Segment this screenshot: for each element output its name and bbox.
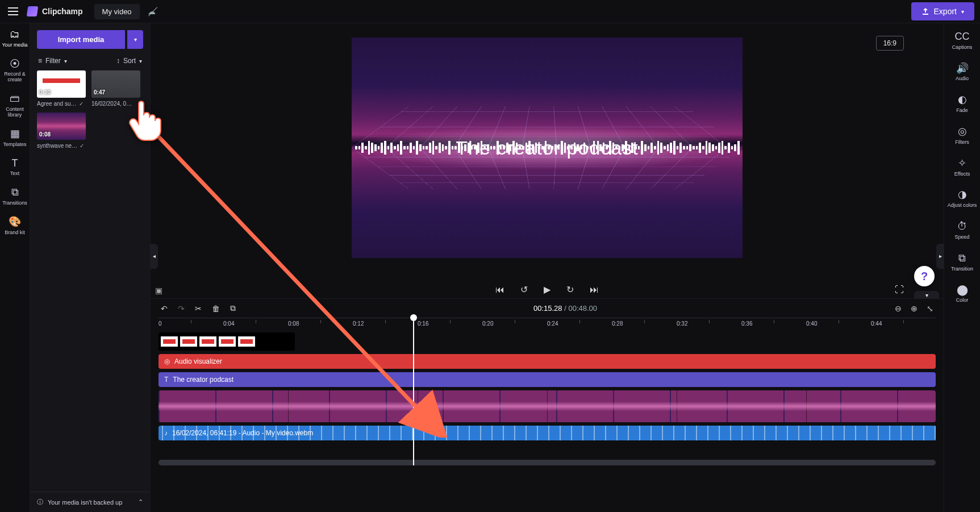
export-button[interactable]: Export ▾ — [911, 2, 974, 20]
split-button[interactable]: ✂ — [195, 304, 202, 313]
tool-record-create[interactable]: ⦿Record & create — [1, 59, 28, 84]
rt-transition[interactable]: ⧉Transition — [945, 253, 979, 272]
media-item[interactable]: 0:47 16/02/2024, 0… — [91, 70, 140, 107]
check-icon: ✓ — [80, 143, 84, 149]
zoom-out-button[interactable]: ⊖ — [895, 304, 902, 313]
collapse-right-panel[interactable]: ▸ — [936, 244, 944, 269]
video-clip[interactable] — [159, 390, 936, 422]
ruler-tick: 0:40 — [806, 320, 817, 327]
redo-button[interactable]: ↷ — [178, 304, 185, 313]
duplicate-button[interactable]: ⧉ — [230, 303, 236, 313]
aspect-ratio-button[interactable]: 16:9 — [876, 36, 904, 51]
video-preview[interactable]: The creator podcast — [352, 38, 743, 258]
media-item[interactable]: 0:08 synthwave ne…✓ — [37, 113, 86, 149]
preview-zone: 16:9 The creator podcast ▣ ⏮ ↺ ▶ ↻ ⏭ ⛶ — [151, 23, 944, 298]
sort-button[interactable]: ↕Sort▾ — [116, 57, 142, 65]
rt-captions[interactable]: CCCaptions — [945, 31, 979, 51]
zoom-in-button[interactable]: ⊕ — [911, 304, 918, 313]
hamburger-menu[interactable] — [6, 4, 20, 19]
skip-back-button[interactable]: ⏮ — [495, 285, 504, 295]
ruler-tick: 0:12 — [353, 320, 364, 327]
track-row[interactable]: ◎ Audio visualizer — [159, 354, 936, 369]
rt-audio[interactable]: 🔊Audio — [945, 63, 979, 82]
video-clip-thumb[interactable] — [159, 332, 295, 351]
tool-brand-kit[interactable]: 🎨Brand kit — [1, 217, 28, 236]
templates-icon: ▦ — [1, 128, 28, 140]
track-row[interactable] — [159, 390, 936, 422]
rt-filters[interactable]: ◎Filters — [945, 126, 979, 145]
tool-templates[interactable]: ▦Templates — [1, 128, 28, 148]
brand[interactable]: Clipchamp — [27, 6, 83, 16]
ruler-tick: 0 — [159, 320, 162, 327]
cloud-off-icon[interactable]: ☁ — [148, 7, 156, 16]
audio-visualizer-clip[interactable]: ◎ Audio visualizer — [159, 354, 936, 369]
filter-button[interactable]: ≡Filter▾ — [38, 57, 67, 65]
collapse-timeline[interactable]: ▾ — [914, 291, 939, 299]
topbar: Clipchamp My video ☁ Export ▾ — [0, 0, 980, 23]
track-row[interactable]: T The creator podcast — [159, 372, 936, 387]
chevron-down-icon: ▾ — [961, 9, 964, 15]
import-media-dropdown[interactable]: ▾ — [127, 30, 143, 49]
timecode-current: 00:15.28 — [533, 304, 562, 313]
project-title[interactable]: My video — [94, 4, 140, 19]
rewind-5s-button[interactable]: ↺ — [520, 284, 528, 295]
track-row[interactable] — [159, 332, 936, 351]
center-column: 16:9 The creator podcast ▣ ⏮ ↺ ▶ ↻ ⏭ ⛶ ↶… — [151, 23, 944, 512]
clipchamp-logo-icon — [27, 6, 39, 16]
visualizer-icon: ◎ — [164, 357, 170, 365]
left-toolbar: 🗂Your media ⦿Record & create 🗃Content li… — [0, 23, 30, 512]
timeline-ruler[interactable]: 00:040:080:120:160:200:240:280:320:360:4… — [159, 318, 936, 330]
skip-forward-button[interactable]: ⏭ — [590, 285, 599, 295]
media-icon: 🗂 — [1, 29, 28, 40]
color-icon: ⬤ — [945, 285, 979, 296]
playhead[interactable] — [413, 318, 414, 465]
timeline-toolbar: ↶ ↷ ✂ 🗑 ⧉ 00:15.28 / 00:48.00 ⊖ ⊕ ⤡ — [151, 298, 944, 318]
tool-your-media[interactable]: 🗂Your media — [1, 29, 28, 48]
chevron-down-icon: ▾ — [64, 58, 67, 64]
music-note-icon: ♪ — [164, 429, 168, 437]
tool-content-library[interactable]: 🗃Content library — [1, 93, 28, 118]
forward-5s-button[interactable]: ↻ — [566, 284, 574, 295]
delete-button[interactable]: 🗑 — [212, 304, 220, 313]
playback-controls: ⏮ ↺ ▶ ↻ ⏭ — [151, 284, 944, 295]
media-item[interactable]: 0:10 Agree and su…✓ — [37, 70, 86, 107]
track-row[interactable]: ♪ 16/02/2024, 06:41:19 - Audio - My vide… — [159, 426, 936, 440]
tool-text[interactable]: TText — [1, 158, 28, 177]
audio-clip[interactable]: ♪ 16/02/2024, 06:41:19 - Audio - My vide… — [159, 426, 936, 440]
fit-timeline-button[interactable]: ⤡ — [927, 304, 933, 313]
help-button[interactable]: ? — [914, 266, 935, 286]
library-icon: 🗃 — [1, 93, 28, 105]
ruler-tick: 0:32 — [677, 320, 687, 327]
rt-color[interactable]: ⬤Color — [945, 285, 979, 304]
check-icon: ✓ — [79, 101, 84, 107]
import-media-button[interactable]: Import media — [37, 30, 125, 49]
brand-name: Clipchamp — [42, 7, 83, 16]
media-name: 16/02/2024, 0… — [91, 101, 132, 107]
ruler-tick: 0:24 — [547, 320, 558, 327]
rt-adjust-colors[interactable]: ◑Adjust colors — [945, 189, 979, 209]
timeline-scrollbar[interactable] — [159, 460, 936, 465]
fullscreen-button[interactable]: ⛶ — [895, 285, 904, 295]
text-icon: T — [164, 376, 168, 384]
backup-warning[interactable]: ⓘ Your media isn't backed up ⌃ — [30, 492, 150, 512]
rt-fade[interactable]: ◐Fade — [945, 94, 979, 114]
timeline-tracks[interactable]: ◎ Audio visualizer T The creator podcast — [151, 330, 944, 457]
media-name: Agree and su… — [37, 101, 77, 107]
adjust-icon: ◑ — [945, 189, 979, 201]
ruler-tick: 0:20 — [482, 320, 493, 327]
rt-speed[interactable]: ⏱Speed — [945, 221, 979, 240]
preview-title: The creator podcast — [352, 137, 743, 159]
audio-icon: 🔊 — [945, 63, 979, 74]
ruler-tick: 0:36 — [741, 320, 752, 327]
play-button[interactable]: ▶ — [544, 284, 551, 295]
clip-label: Audio visualizer — [174, 357, 222, 365]
rt-effects[interactable]: ✧Effects — [945, 158, 979, 177]
undo-button[interactable]: ↶ — [161, 304, 168, 313]
scrollbar-thumb[interactable] — [159, 460, 936, 465]
tool-transitions[interactable]: ⧉Transitions — [1, 187, 28, 206]
svg-rect-0 — [923, 14, 928, 15]
fade-icon: ◐ — [945, 94, 979, 106]
text-clip[interactable]: T The creator podcast — [159, 372, 936, 387]
collapse-left-panel[interactable]: ◂ — [150, 244, 158, 269]
brandkit-icon: 🎨 — [1, 217, 28, 228]
